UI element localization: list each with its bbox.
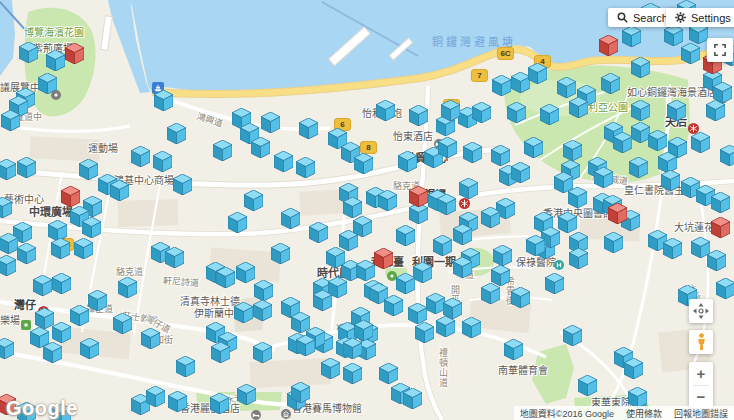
blue-cube-marker[interactable] (408, 303, 427, 324)
blue-cube-marker[interactable] (706, 100, 725, 121)
blue-cube-marker[interactable] (413, 262, 432, 283)
blue-cube-marker[interactable] (511, 287, 530, 308)
blue-cube-marker[interactable] (118, 277, 137, 298)
blue-cube-marker[interactable] (681, 43, 700, 64)
blue-cube-marker[interactable] (563, 140, 582, 161)
blue-cube-marker[interactable] (343, 338, 362, 359)
blue-cube-marker[interactable] (70, 305, 89, 326)
zoom-out-button[interactable]: − (689, 386, 713, 409)
blue-cube-marker[interactable] (17, 157, 36, 178)
blue-cube-marker[interactable] (526, 235, 545, 256)
blue-cube-marker[interactable] (356, 260, 375, 281)
blue-cube-marker[interactable] (176, 356, 195, 377)
blue-cube-marker[interactable] (234, 302, 253, 323)
blue-cube-marker[interactable] (415, 322, 434, 343)
blue-cube-marker[interactable] (453, 224, 472, 245)
blue-cube-marker[interactable] (437, 194, 456, 215)
blue-cube-marker[interactable] (274, 151, 293, 172)
blue-cube-marker[interactable] (691, 132, 710, 153)
blue-cube-marker[interactable] (0, 159, 16, 180)
blue-cube-marker[interactable] (663, 238, 682, 259)
blue-cube-marker[interactable] (131, 146, 150, 167)
blue-cube-marker[interactable] (79, 159, 98, 180)
red-cube-marker[interactable] (409, 186, 428, 207)
blue-cube-marker[interactable] (291, 382, 310, 403)
blue-cube-marker[interactable] (545, 273, 564, 294)
blue-cube-marker[interactable] (281, 208, 300, 229)
blue-cube-marker[interactable] (491, 145, 510, 166)
red-cube-marker[interactable] (65, 43, 84, 64)
blue-cube-marker[interactable] (601, 73, 620, 94)
blue-cube-marker[interactable] (236, 262, 255, 283)
blue-cube-marker[interactable] (353, 216, 372, 237)
blue-cube-marker[interactable] (0, 197, 12, 218)
blue-cube-marker[interactable] (296, 157, 315, 178)
blue-cube-marker[interactable] (379, 363, 398, 384)
blue-cube-marker[interactable] (154, 90, 173, 111)
blue-cube-marker[interactable] (507, 102, 526, 123)
blue-cube-marker[interactable] (396, 273, 415, 294)
map-canvas[interactable]: 博覽海濱花園紫荊廣場議展覽中心博覽道中鴻興道銅鑼灣避風塘怡和午炮怡東酒店世貿中心… (0, 0, 734, 420)
blue-cube-marker[interactable] (459, 178, 478, 199)
blue-cube-marker[interactable] (436, 316, 455, 337)
blue-cube-marker[interactable] (271, 243, 290, 264)
blue-cube-marker[interactable] (528, 63, 547, 84)
blue-cube-marker[interactable] (354, 153, 373, 174)
blue-cube-marker[interactable] (211, 342, 230, 363)
blue-cube-marker[interactable] (711, 192, 730, 213)
blue-cube-marker[interactable] (165, 247, 184, 268)
blue-cube-marker[interactable] (0, 338, 14, 359)
blue-cube-marker[interactable] (511, 162, 530, 183)
blue-cube-marker[interactable] (299, 118, 318, 139)
blue-cube-marker[interactable] (667, 100, 686, 121)
blue-cube-marker[interactable] (472, 102, 491, 123)
blue-cube-marker[interactable] (326, 247, 345, 268)
blue-cube-marker[interactable] (720, 145, 734, 166)
blue-cube-marker[interactable] (376, 100, 395, 121)
blue-cube-marker[interactable] (563, 325, 582, 346)
blue-cube-marker[interactable] (1, 110, 20, 131)
blue-cube-marker[interactable] (210, 393, 229, 414)
zoom-in-button[interactable]: + (689, 362, 713, 385)
blue-cube-marker[interactable] (569, 248, 588, 269)
blue-cube-marker[interactable] (462, 317, 481, 338)
blue-cube-marker[interactable] (578, 375, 597, 396)
blue-cube-marker[interactable] (88, 290, 107, 311)
blue-cube-marker[interactable] (113, 313, 132, 334)
red-cube-marker[interactable] (711, 217, 730, 238)
blue-cube-marker[interactable] (343, 197, 362, 218)
blue-cube-marker[interactable] (384, 295, 403, 316)
blue-cube-marker[interactable] (398, 151, 417, 172)
blue-cube-marker[interactable] (321, 358, 340, 379)
blue-cube-marker[interactable] (52, 273, 71, 294)
blue-cube-marker[interactable] (661, 170, 680, 191)
blue-cube-marker[interactable] (524, 137, 543, 158)
blue-cube-marker[interactable] (378, 190, 397, 211)
blue-cube-marker[interactable] (0, 255, 16, 276)
blue-cube-marker[interactable] (403, 388, 422, 409)
blue-cube-marker[interactable] (52, 322, 71, 343)
blue-cube-marker[interactable] (153, 151, 172, 172)
blue-cube-marker[interactable] (51, 238, 70, 259)
blue-cube-marker[interactable] (216, 267, 235, 288)
blue-cube-marker[interactable] (33, 275, 52, 296)
blue-cube-marker[interactable] (433, 235, 452, 256)
blue-cube-marker[interactable] (167, 123, 186, 144)
blue-cube-marker[interactable] (441, 100, 460, 121)
terms-of-use-link[interactable]: 使用條款 (626, 407, 662, 420)
blue-cube-marker[interactable] (504, 339, 523, 360)
blue-cube-marker[interactable] (343, 363, 362, 384)
blue-cube-marker[interactable] (492, 75, 511, 96)
blue-cube-marker[interactable] (80, 338, 99, 359)
blue-cube-marker[interactable] (309, 222, 328, 243)
red-cube-marker[interactable] (599, 35, 618, 56)
blue-cube-marker[interactable] (463, 142, 482, 163)
blue-cube-marker[interactable] (481, 283, 500, 304)
blue-cube-marker[interactable] (557, 77, 576, 98)
blue-cube-marker[interactable] (141, 328, 160, 349)
blue-cube-marker[interactable] (558, 212, 577, 233)
blue-cube-marker[interactable] (46, 50, 65, 71)
red-cube-marker[interactable] (374, 248, 393, 269)
blue-cube-marker[interactable] (624, 358, 643, 379)
blue-cube-marker[interactable] (569, 97, 588, 118)
